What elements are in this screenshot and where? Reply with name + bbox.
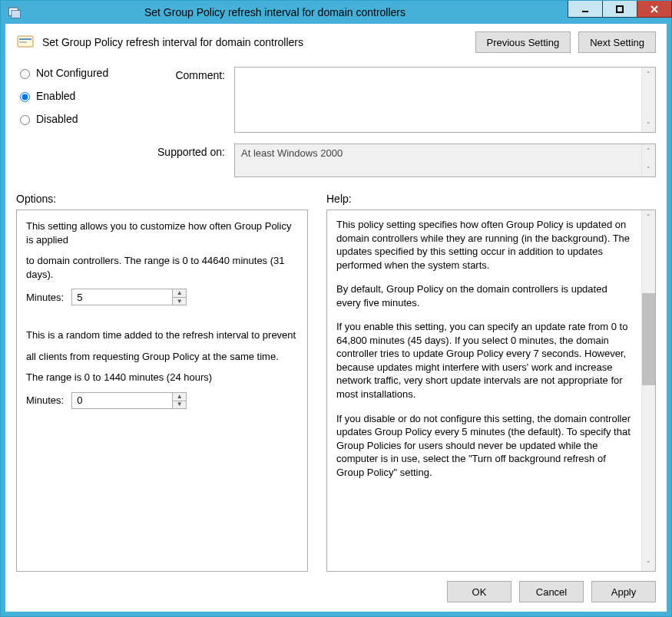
radio-not-configured[interactable]: Not Configured bbox=[16, 67, 147, 79]
titlebar[interactable]: Set Group Policy refresh interval for do… bbox=[1, 1, 671, 24]
scroll-down-icon[interactable]: ˅ bbox=[642, 163, 655, 177]
comment-box: ˄ ˅ bbox=[234, 67, 656, 133]
svg-rect-3 bbox=[617, 6, 623, 12]
options-label: Options: bbox=[16, 193, 308, 205]
spin-up-icon[interactable]: ▲ bbox=[172, 393, 186, 401]
scroll-up-icon[interactable]: ˄ bbox=[642, 68, 655, 81]
options-random-1: This is a random time added to the refre… bbox=[26, 328, 298, 342]
spin-down-icon[interactable]: ▼ bbox=[172, 401, 186, 408]
scroll-up-icon[interactable]: ˄ bbox=[642, 210, 655, 224]
dialog-window: Set Group Policy refresh interval for do… bbox=[0, 0, 672, 617]
spin-down-icon[interactable]: ▼ bbox=[172, 297, 186, 305]
help-pane: This policy setting specifies how often … bbox=[326, 210, 656, 572]
scroll-up-icon[interactable]: ˄ bbox=[642, 144, 655, 158]
radio-enabled-input[interactable] bbox=[20, 92, 30, 102]
radio-not-configured-label: Not Configured bbox=[36, 67, 108, 79]
supported-on-text: At least Windows 2000 bbox=[235, 144, 641, 177]
maximize-button[interactable] bbox=[602, 1, 637, 18]
minutes-spinner-2: ▲ ▼ bbox=[71, 392, 187, 409]
next-setting-button[interactable]: Next Setting bbox=[578, 31, 656, 53]
minutes-spinner-1: ▲ ▼ bbox=[71, 289, 187, 305]
help-label: Help: bbox=[326, 193, 352, 205]
close-button[interactable] bbox=[637, 1, 672, 18]
help-paragraph: This policy setting specifies how often … bbox=[336, 218, 632, 272]
comment-scrollbar[interactable]: ˄ ˅ bbox=[641, 68, 655, 132]
radio-disabled-input[interactable] bbox=[20, 115, 30, 125]
minimize-button[interactable] bbox=[568, 1, 603, 18]
minutes-label-2: Minutes: bbox=[26, 394, 64, 406]
help-scrollbar[interactable]: ˄ ˅ bbox=[641, 210, 655, 571]
comment-label: Comment: bbox=[157, 67, 234, 81]
scroll-thumb[interactable] bbox=[642, 293, 655, 385]
help-paragraph: If you disable or do not configure this … bbox=[336, 412, 632, 480]
minutes-input-1[interactable] bbox=[72, 289, 172, 305]
scroll-down-icon[interactable]: ˅ bbox=[642, 118, 655, 132]
help-paragraph: If you enable this setting, you can spec… bbox=[336, 320, 632, 401]
supported-scrollbar[interactable]: ˄ ˅ bbox=[641, 144, 655, 177]
supported-on-label: Supported on: bbox=[157, 144, 234, 158]
scroll-track[interactable] bbox=[642, 81, 655, 118]
radio-disabled[interactable]: Disabled bbox=[16, 113, 147, 125]
radio-not-configured-input[interactable] bbox=[20, 69, 30, 79]
radio-enabled[interactable]: Enabled bbox=[16, 90, 147, 102]
minutes-input-2[interactable] bbox=[72, 393, 172, 408]
options-intro-2: to domain controllers. The range is 0 to… bbox=[26, 254, 298, 281]
scroll-track[interactable] bbox=[642, 224, 655, 557]
comment-textarea[interactable] bbox=[235, 68, 641, 132]
scroll-down-icon[interactable]: ˅ bbox=[642, 557, 655, 571]
radio-disabled-label: Disabled bbox=[36, 113, 78, 125]
options-intro-1: This setting allows you to customize how… bbox=[26, 219, 298, 246]
options-range-2: The range is 0 to 1440 minutes (24 hours… bbox=[26, 371, 298, 384]
ok-button[interactable]: OK bbox=[447, 581, 511, 602]
help-paragraph: By default, Group Policy on the domain c… bbox=[336, 282, 632, 309]
cancel-button[interactable]: Cancel bbox=[519, 581, 584, 602]
options-pane: This setting allows you to customize how… bbox=[16, 210, 308, 572]
supported-on-box: At least Windows 2000 ˄ ˅ bbox=[234, 144, 656, 177]
previous-setting-button[interactable]: Previous Setting bbox=[475, 31, 571, 53]
minutes-label-1: Minutes: bbox=[26, 292, 64, 303]
window-title: Set Group Policy refresh interval for do… bbox=[0, 6, 568, 18]
spin-up-icon[interactable]: ▲ bbox=[172, 289, 186, 297]
svg-rect-7 bbox=[19, 38, 31, 40]
radio-enabled-label: Enabled bbox=[36, 90, 75, 102]
svg-rect-8 bbox=[19, 41, 27, 43]
policy-icon bbox=[16, 33, 35, 51]
apply-button[interactable]: Apply bbox=[591, 581, 656, 602]
policy-name: Set Group Policy refresh interval for do… bbox=[42, 36, 468, 48]
options-random-2: all clients from requesting Group Policy… bbox=[26, 350, 298, 364]
